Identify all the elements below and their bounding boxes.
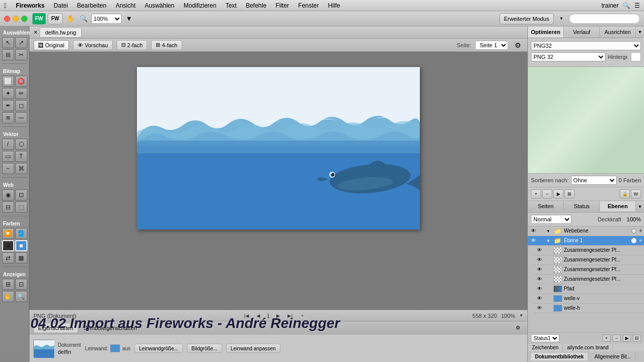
layer-expand-icon[interactable]: ▾ bbox=[547, 238, 552, 243]
layer-new-icon2[interactable]: + bbox=[639, 238, 642, 243]
layer-eye-icon[interactable]: 👁 bbox=[536, 285, 543, 292]
search-icon[interactable]: 🔍 bbox=[623, 2, 630, 9]
tab-seiten[interactable]: Seiten bbox=[528, 201, 564, 211]
toolbar-fw-btn[interactable]: FW bbox=[48, 13, 63, 24]
menu-ansicht[interactable]: Ansicht bbox=[112, 1, 139, 10]
pointer-tool[interactable]: ↖ bbox=[2, 37, 14, 48]
file-tab[interactable]: delfin.fw.png bbox=[40, 27, 82, 38]
swap-colors[interactable]: ⇄ bbox=[2, 252, 14, 264]
layer-ebene1[interactable]: 👁 ▾ 📁 Ebene 1 + bbox=[528, 236, 644, 246]
nav-next-icon[interactable]: ▶ bbox=[274, 312, 282, 320]
color-action2-btn[interactable]: ⊞ bbox=[564, 189, 575, 199]
view-2fach-btn[interactable]: ⊟ 2-fach bbox=[117, 40, 148, 50]
text-tool[interactable]: T bbox=[15, 151, 27, 162]
blend-mode-select[interactable]: Normal bbox=[531, 215, 571, 224]
br-tab-dokumentbibliothek[interactable]: Dokumentbibliothek bbox=[531, 353, 588, 360]
br-btn4[interactable]: ⊟ bbox=[633, 335, 641, 342]
br-btn3[interactable]: ▶ bbox=[623, 335, 631, 342]
stroke-color[interactable]: ■ bbox=[2, 240, 14, 251]
view-original-btn[interactable]: 🖼 Original bbox=[33, 40, 69, 50]
menu-datei[interactable]: Datei bbox=[50, 1, 72, 10]
app-menu-fireworks[interactable]: Fireworks bbox=[12, 1, 49, 10]
layer-eye-icon[interactable]: 👁 bbox=[536, 247, 543, 254]
color-add-btn[interactable]: + bbox=[531, 189, 541, 199]
scale-tool[interactable]: ⊞ bbox=[2, 49, 14, 60]
layer-welle-v[interactable]: 👁 welle-v bbox=[534, 294, 644, 304]
br-tab-allgemeine[interactable]: Allgemeine Bit... bbox=[590, 353, 635, 360]
rectangle-tool[interactable]: ▭ bbox=[2, 151, 14, 162]
tab-verlauf[interactable]: Verlauf bbox=[564, 26, 600, 38]
pen-tool[interactable]: ⬡ bbox=[15, 139, 27, 150]
search-input[interactable] bbox=[569, 14, 640, 24]
fill-color[interactable]: ■ bbox=[15, 240, 27, 251]
color-remove-btn[interactable]: − bbox=[542, 189, 552, 199]
status-select[interactable]: Status1 bbox=[531, 334, 559, 342]
seite-select[interactable]: Seite 1 bbox=[475, 41, 508, 50]
br-btn2[interactable]: − bbox=[613, 335, 621, 342]
tab-ausrichten[interactable]: Ausrichten bbox=[600, 26, 636, 38]
color-lock-btn[interactable]: 🔒 bbox=[620, 189, 630, 199]
layer-eye-icon[interactable]: 👁 bbox=[536, 305, 543, 312]
layer-eye-icon[interactable]: 👁 bbox=[536, 256, 543, 264]
view-vorschau-btn[interactable]: 👁 Vorschau bbox=[73, 40, 113, 50]
layer-pfad[interactable]: 👁 Pfad bbox=[534, 284, 644, 294]
hand-tool-tb[interactable]: ✋ bbox=[2, 291, 14, 302]
tab-close-icon[interactable]: ✕ bbox=[33, 29, 38, 35]
tab-eigenschaften[interactable]: Eigenschaften bbox=[33, 323, 78, 333]
smudge-tool[interactable]: ⁓ bbox=[15, 112, 27, 123]
magic-wand-tool[interactable]: ✦ bbox=[2, 88, 14, 99]
standard-screen-tool[interactable]: ⊞ bbox=[2, 279, 14, 290]
menu-filter[interactable]: Filter bbox=[271, 1, 293, 10]
format-select[interactable]: PNG32 bbox=[531, 41, 641, 50]
zoom-tool-tb[interactable]: 🔍 bbox=[15, 291, 27, 302]
erweiterter-dropdown-icon[interactable]: ▼ bbox=[556, 13, 567, 24]
zoom-dropdown-icon[interactable]: ▼ bbox=[124, 13, 135, 24]
slice-tool[interactable]: ⊡ bbox=[15, 189, 27, 201]
freeform-tool[interactable]: ~ bbox=[2, 163, 14, 174]
close-button[interactable] bbox=[4, 16, 10, 22]
color-web-btn[interactable]: W bbox=[631, 189, 641, 199]
minimize-button[interactable] bbox=[13, 16, 19, 22]
hotspot-tool[interactable]: ◉ bbox=[2, 189, 14, 201]
png-select[interactable]: PNG 32 bbox=[531, 52, 605, 61]
layer-zusammen3[interactable]: 👁 Zusammengesetzter Pf... bbox=[534, 265, 644, 275]
menu-befehle[interactable]: Befehle bbox=[242, 1, 271, 10]
layer-eye-icon[interactable]: 👁 bbox=[536, 295, 543, 302]
layers-panel-chevron-icon[interactable]: ▼ bbox=[636, 201, 644, 212]
view-4fach-btn[interactable]: ⊞ 4-fach bbox=[151, 40, 182, 50]
hide-slices-tool[interactable]: ⊟ bbox=[2, 202, 14, 213]
layer-eye-icon[interactable]: 👁 bbox=[530, 237, 537, 244]
layer-webebene[interactable]: 👁 ▾ 📁 Webebene + bbox=[528, 226, 644, 236]
pencil-tool[interactable]: ✒ bbox=[2, 100, 14, 111]
nav-prev-icon[interactable]: ◀ bbox=[255, 312, 263, 320]
tab-ebenen[interactable]: Ebenen bbox=[600, 201, 636, 211]
paint-bucket-tool[interactable]: 🪣 bbox=[15, 228, 27, 239]
web-tool2[interactable]: ⬚ bbox=[15, 202, 27, 213]
layer-expand-icon[interactable]: ▾ bbox=[547, 228, 552, 234]
hand-tool-icon[interactable]: ✋ bbox=[65, 13, 76, 24]
reshape-tool[interactable]: ⌘ bbox=[15, 163, 27, 174]
crop-tool[interactable]: ✂ bbox=[15, 49, 27, 60]
leinwand-anpassen-button[interactable]: Leinwand anpassen bbox=[226, 344, 280, 353]
br-tab-lynde[interactable]: ailynde.com brand bbox=[563, 344, 613, 351]
layer-zusammen1[interactable]: 👁 Zusammengesetzter Pf... bbox=[534, 246, 644, 255]
eyedropper-tool[interactable]: 🔽 bbox=[2, 228, 14, 239]
canvas-scroll[interactable] bbox=[29, 52, 527, 310]
full-screen-tool[interactable]: ⊡ bbox=[15, 279, 27, 290]
tab-status[interactable]: Status bbox=[564, 201, 600, 211]
menu-fenster[interactable]: Fenster bbox=[294, 1, 323, 10]
canvas-settings-icon[interactable]: ⚙ bbox=[512, 40, 523, 51]
layer-zusammen2[interactable]: 👁 Zusammengesetzter Pf... bbox=[534, 255, 644, 265]
apple-menu[interactable]:  bbox=[4, 2, 7, 10]
props-settings-icon[interactable]: ⚙ bbox=[512, 322, 523, 334]
tab-symboleigenschaften[interactable]: Symboleigenschaften bbox=[79, 323, 141, 333]
subselect-tool[interactable]: ↗ bbox=[15, 37, 27, 48]
tab-optimieren[interactable]: Optimieren bbox=[528, 26, 564, 38]
erweiterter-modus-button[interactable]: Erweiterter Modus bbox=[499, 13, 554, 24]
menu-bearbeiten[interactable]: Bearbeiten bbox=[73, 1, 111, 10]
br-btn1[interactable]: + bbox=[602, 335, 611, 342]
new-page-icon[interactable]: + bbox=[298, 312, 306, 320]
lasso-tool[interactable]: ⭕ bbox=[15, 76, 27, 87]
maximize-button[interactable] bbox=[21, 16, 27, 22]
color-action1-btn[interactable]: ▶ bbox=[553, 189, 563, 199]
